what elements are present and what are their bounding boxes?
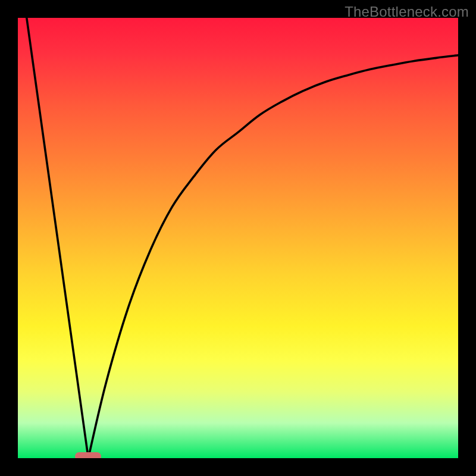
curves-svg xyxy=(18,18,458,458)
right-branch-curve xyxy=(88,55,458,458)
left-branch-line xyxy=(27,18,89,458)
chart-frame: TheBottleneck.com xyxy=(0,0,476,476)
optimal-marker xyxy=(75,452,101,458)
plot-area xyxy=(18,18,458,458)
watermark-text: TheBottleneck.com xyxy=(345,4,469,20)
